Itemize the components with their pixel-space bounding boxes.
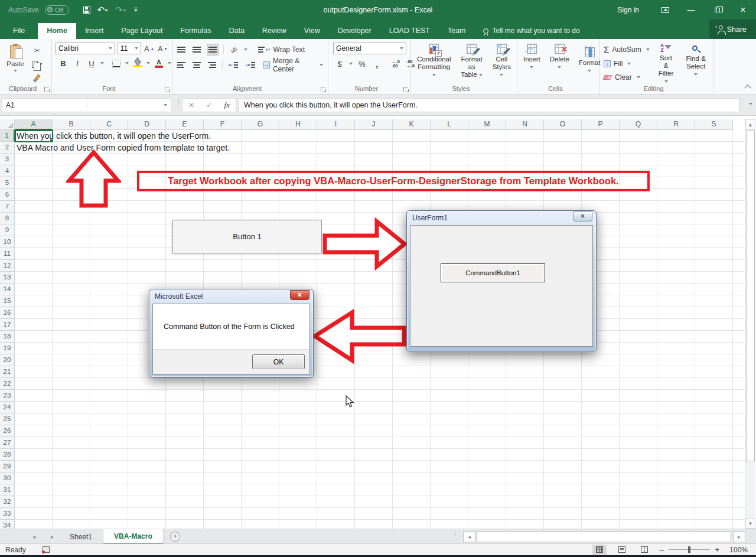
- page-break-view-button[interactable]: [637, 545, 651, 555]
- borders-dropdown-icon[interactable]: [125, 62, 129, 64]
- fill-button[interactable]: ↓Fill: [602, 58, 651, 70]
- delete-cells-button[interactable]: ✕ Delete: [546, 41, 573, 83]
- record-macro-icon[interactable]: [43, 546, 50, 553]
- row-header-6[interactable]: 6: [0, 189, 15, 201]
- row-header-2[interactable]: 2: [0, 142, 15, 154]
- zoom-level[interactable]: 100%: [728, 546, 748, 554]
- row-header-34[interactable]: 34: [0, 520, 15, 529]
- column-header-E[interactable]: E: [166, 119, 204, 130]
- copy-button[interactable]: [31, 58, 44, 70]
- undo-dropdown-icon[interactable]: [105, 9, 108, 12]
- tab-insert[interactable]: Insert: [76, 23, 112, 39]
- tab-view[interactable]: View: [295, 23, 329, 39]
- column-header-G[interactable]: G: [242, 119, 279, 130]
- row-header-25[interactable]: 25: [0, 413, 15, 425]
- cancel-icon[interactable]: ✕: [188, 101, 194, 109]
- column-header-J[interactable]: J: [355, 119, 393, 130]
- row-header-13[interactable]: 13: [0, 272, 15, 284]
- minimize-button[interactable]: —: [678, 0, 704, 19]
- accounting-dropdown-icon[interactable]: [349, 63, 353, 65]
- expand-formula-bar-icon[interactable]: [749, 103, 752, 105]
- underline-dropdown-icon[interactable]: [100, 62, 104, 64]
- column-header-A[interactable]: A: [15, 119, 53, 130]
- customize-qat-button[interactable]: [133, 8, 138, 12]
- new-sheet-button[interactable]: +: [170, 532, 180, 542]
- fill-color-dropdown-icon[interactable]: [146, 62, 150, 64]
- normal-view-button[interactable]: [592, 545, 607, 555]
- redo-dropdown-icon[interactable]: [123, 9, 126, 12]
- zoom-slider-thumb[interactable]: [688, 546, 690, 553]
- row-header-14[interactable]: 14: [0, 284, 15, 295]
- sheet-tab-sheet1[interactable]: Sheet1: [59, 529, 103, 544]
- sign-in-link[interactable]: Sign in: [604, 6, 652, 14]
- wrap-text-button[interactable]: ↩Wrap Text: [257, 44, 306, 56]
- column-header-K[interactable]: K: [393, 119, 431, 130]
- ribbon-display-options-button[interactable]: [652, 0, 678, 19]
- tab-developer[interactable]: Developer: [329, 23, 380, 39]
- row-header-10[interactable]: 10: [0, 236, 15, 248]
- top-align-button[interactable]: [176, 44, 187, 56]
- tab-review[interactable]: Review: [253, 23, 295, 39]
- column-header-P[interactable]: P: [582, 119, 620, 130]
- save-icon[interactable]: [83, 6, 90, 14]
- increase-indent-button[interactable]: ⇥: [244, 59, 256, 71]
- userform-close-button[interactable]: ×: [573, 211, 592, 222]
- scroll-up-icon[interactable]: ▲: [745, 119, 755, 130]
- tabbar-splitter[interactable]: ⋮: [452, 532, 458, 535]
- column-header-C[interactable]: C: [90, 119, 128, 130]
- row-header-12[interactable]: 12: [0, 260, 15, 272]
- middle-align-button[interactable]: [191, 44, 202, 56]
- align-center-button[interactable]: [191, 59, 202, 71]
- merge-center-button[interactable]: ↔Merge & Center: [262, 59, 324, 71]
- formula-bar-resizer[interactable]: ⋮: [175, 100, 182, 103]
- userform-title-bar[interactable]: UserForm1 ×: [410, 211, 593, 225]
- align-right-button[interactable]: [207, 59, 217, 71]
- font-color-button[interactable]: A: [154, 57, 164, 69]
- percent-style-button[interactable]: %: [357, 58, 367, 70]
- tab-file[interactable]: File: [0, 23, 38, 39]
- tell-me-box[interactable]: Tell me what you want to do: [475, 23, 588, 39]
- row-header-23[interactable]: 23: [0, 390, 15, 402]
- underline-button[interactable]: U: [86, 57, 97, 69]
- cut-button[interactable]: ✂: [31, 45, 44, 57]
- collapse-ribbon-button[interactable]: [744, 84, 751, 91]
- share-button[interactable]: Share: [709, 19, 756, 39]
- row-header-18[interactable]: 18: [0, 331, 15, 343]
- tab-home[interactable]: Home: [38, 23, 76, 39]
- row-header-33[interactable]: 33: [0, 508, 15, 520]
- tab-page-layout[interactable]: Page Layout: [112, 23, 171, 39]
- find-select-button[interactable]: Find &Select: [681, 41, 711, 83]
- name-box-dropdown-icon[interactable]: [164, 104, 167, 106]
- column-header-O[interactable]: O: [544, 119, 582, 130]
- scroll-down-icon[interactable]: ▼: [745, 518, 755, 529]
- paste-button[interactable]: Paste: [2, 41, 28, 83]
- vertical-scrollbar[interactable]: ▲ ▼: [745, 119, 755, 529]
- close-button[interactable]: ×: [730, 0, 756, 19]
- row-header-19[interactable]: 19: [0, 343, 15, 354]
- hscroll-right-icon[interactable]: ▸: [733, 531, 745, 542]
- msgbox-title-bar[interactable]: Microsoft Excel ×: [152, 289, 310, 304]
- column-header-Q[interactable]: Q: [620, 119, 657, 130]
- shrink-font-button[interactable]: A▼: [158, 43, 168, 54]
- tab-formulas[interactable]: Formulas: [171, 23, 220, 39]
- undo-button[interactable]: ↶: [97, 5, 109, 15]
- column-header-R[interactable]: R: [657, 119, 695, 130]
- commandbutton1[interactable]: CommandButton1: [441, 263, 545, 282]
- italic-button[interactable]: I: [72, 57, 83, 69]
- tab-data[interactable]: Data: [220, 23, 253, 39]
- clear-button[interactable]: Clear: [602, 71, 651, 83]
- row-header-32[interactable]: 32: [0, 496, 15, 508]
- paste-dropdown-icon[interactable]: [14, 70, 17, 72]
- number-format-combo[interactable]: General: [333, 43, 406, 54]
- column-header-H[interactable]: H: [279, 119, 317, 130]
- row-header-15[interactable]: 15: [0, 295, 15, 307]
- sheet-tab-vba-macro[interactable]: VBA-Macro: [103, 529, 164, 544]
- row-header-7[interactable]: 7: [0, 201, 15, 213]
- redo-button[interactable]: ↷: [115, 5, 126, 15]
- row-header-5[interactable]: 5: [0, 177, 15, 189]
- column-header-B[interactable]: B: [53, 119, 90, 130]
- row-header-1[interactable]: 1: [0, 130, 15, 142]
- column-header-S[interactable]: S: [695, 119, 733, 130]
- column-header-F[interactable]: F: [204, 119, 242, 130]
- sheet-nav-left-icon[interactable]: ◂: [32, 529, 35, 544]
